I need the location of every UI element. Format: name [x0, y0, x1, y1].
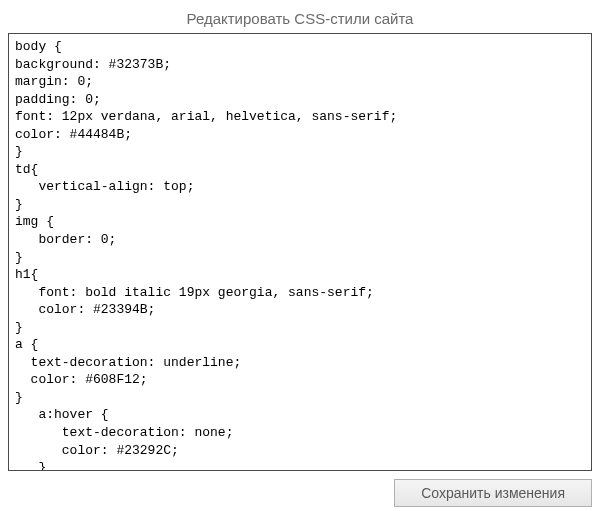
css-editor-textarea[interactable]: [8, 33, 592, 471]
editor-panel: Редактировать CSS-стили сайта Сохранить …: [0, 0, 600, 511]
save-button[interactable]: Сохранить изменения: [394, 479, 592, 507]
button-row: Сохранить изменения: [8, 475, 592, 507]
page-title: Редактировать CSS-стили сайта: [8, 6, 592, 33]
